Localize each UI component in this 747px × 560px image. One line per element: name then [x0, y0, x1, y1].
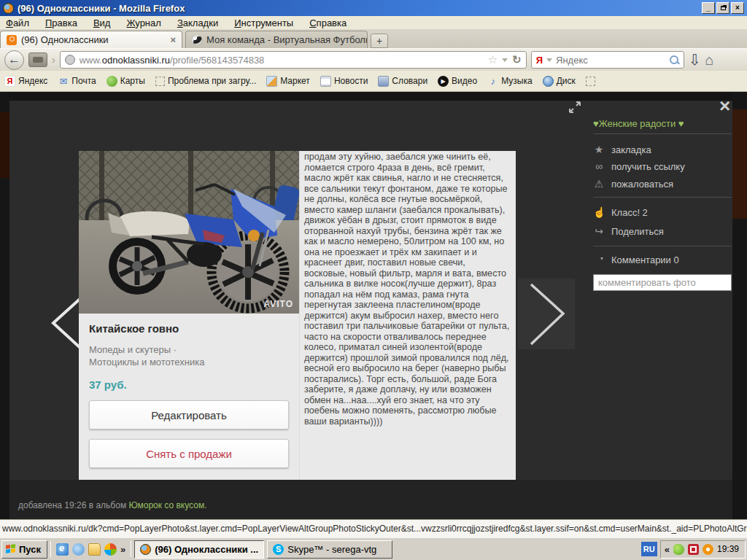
menu-help[interactable]: Справка — [309, 18, 347, 28]
menu-bookmarks[interactable]: Закладки — [177, 18, 218, 28]
internet-explorer-icon[interactable] — [56, 543, 69, 556]
bookmark-news[interactable]: Новости — [320, 76, 368, 87]
warning-icon: ⚠ — [593, 178, 605, 190]
site-identity-button[interactable] — [28, 52, 47, 67]
firefox-icon — [3, 3, 14, 14]
photo-caption: добавлена 19:26 в альбом Юморок со вкусо… — [18, 500, 207, 510]
mail-icon: ✉ — [58, 76, 69, 87]
divider — [593, 133, 732, 134]
tab-odnoklassniki[interactable]: (96) Одноклассники × — [0, 31, 182, 48]
folder-icon[interactable] — [88, 543, 101, 556]
bookmark-label: Новости — [334, 76, 368, 86]
tray-icon-red[interactable] — [688, 544, 699, 555]
search-icon[interactable] — [670, 55, 679, 65]
photo-viewer-overlay: × — [0, 92, 747, 519]
task-firefox[interactable]: (96) Одноклассники ... — [134, 540, 264, 559]
home-button[interactable]: ⌂ — [705, 52, 713, 69]
bookmark-yandex[interactable]: ЯЯндекс — [4, 76, 47, 87]
bookmark-label: Карты — [120, 76, 145, 86]
bookmark-problem-loading[interactable]: Проблема при загру... — [155, 76, 256, 86]
missing-favicon-icon — [586, 77, 595, 86]
bookmark-video[interactable]: ▶Видео — [438, 76, 477, 87]
comment-input[interactable] — [593, 274, 732, 291]
fullscreen-expand-icon[interactable] — [569, 101, 581, 113]
start-button[interactable]: Пуск — [1, 540, 47, 559]
url-path: /profile/568143574838 — [170, 55, 264, 66]
next-photo-arrow[interactable] — [518, 279, 575, 349]
windows-logo-icon — [6, 544, 16, 554]
like-label: Класс! 2 — [611, 207, 648, 218]
tab-close-icon[interactable]: × — [170, 34, 176, 45]
share-action[interactable]: ↪ Поделиться — [593, 225, 664, 237]
menu-tools[interactable]: Инструменты — [234, 18, 293, 28]
tray-icon-orange[interactable] — [703, 544, 713, 555]
bookmark-maps[interactable]: Карты — [107, 76, 145, 87]
messenger-icon[interactable] — [72, 543, 85, 556]
album-title-link[interactable]: ♥Женские радости ♥ — [593, 118, 684, 129]
bookmark-label: Музыка — [501, 76, 532, 86]
system-tray: « 19:39 — [660, 540, 746, 559]
star-icon: ★ — [593, 144, 605, 155]
close-button[interactable]: × — [731, 2, 744, 14]
divider — [593, 246, 732, 246]
new-tab-button[interactable]: + — [371, 34, 388, 48]
bookmark-action[interactable]: ★ закладка — [593, 144, 651, 155]
search-engine-dropdown-icon[interactable] — [546, 58, 552, 62]
maps-icon — [107, 76, 117, 87]
album-link[interactable]: Юморок со вкусом. — [129, 500, 207, 510]
motorcycle-photo[interactable]: AVITO — [79, 151, 299, 314]
yandex-engine-icon[interactable]: Я — [536, 55, 543, 66]
bookmark-music[interactable]: ♪Музыка — [487, 76, 532, 87]
search-bar[interactable]: Я — [531, 51, 684, 69]
media-player-icon[interactable] — [104, 543, 117, 556]
bookmark-disk[interactable]: Диск — [543, 76, 576, 87]
tray-expand-chevron[interactable]: « — [665, 544, 670, 555]
football-favicon — [192, 35, 202, 45]
get-link-action[interactable]: ∞ получить ссылку — [593, 160, 685, 172]
downloads-button[interactable]: ⇩ — [689, 52, 701, 67]
minimize-button[interactable]: _ — [702, 2, 715, 14]
link-icon: ∞ — [593, 160, 605, 172]
reload-icon[interactable]: ↻ — [512, 53, 522, 66]
taskbar: Пуск » (96) Одноклассники ... S Skype™ -… — [0, 537, 747, 560]
restore-button[interactable] — [716, 2, 729, 14]
video-play-icon: ▶ — [438, 76, 449, 87]
task-skype[interactable]: S Skype™ - serega-vtg — [267, 540, 392, 559]
status-bar: www.odnoklassniki.ru/dk?cmd=PopLayerPhot… — [0, 519, 747, 537]
tab-label: (96) Одноклассники — [21, 34, 109, 45]
menu-view[interactable]: Вид — [93, 18, 111, 28]
menu-edit[interactable]: Правка — [45, 18, 77, 28]
bookmark-market[interactable]: Маркет — [266, 76, 310, 87]
edit-button[interactable]: Редактировать — [89, 400, 289, 429]
bookmark-mail[interactable]: ✉Почта — [58, 76, 96, 87]
avito-watermark: AVITO — [263, 299, 293, 309]
menu-file[interactable]: Файл — [6, 18, 29, 28]
tray-icon-green[interactable] — [673, 544, 684, 555]
clock: 19:39 — [717, 544, 739, 554]
bookmark-star-icon[interactable]: ☆ — [488, 53, 498, 66]
bookmark-dictionaries[interactable]: Словари — [378, 76, 427, 87]
bookmark-empty[interactable] — [586, 77, 595, 86]
quick-launch-overflow-chevron[interactable]: » — [120, 544, 125, 555]
tab-label: Моя команда - Виртуальная Футбольн... — [206, 34, 368, 45]
url-bar[interactable]: www.odnoklassniki.ru/profile/56814357483… — [60, 51, 527, 69]
tab-football-team[interactable]: Моя команда - Виртуальная Футбольн... × — [185, 31, 368, 48]
search-input[interactable] — [556, 55, 666, 66]
like-action[interactable]: ☝ Класс! 2 — [593, 206, 648, 218]
url-host: odnoklassniki.ru — [102, 55, 170, 66]
comments-header[interactable]: Комментарии 0 — [593, 254, 679, 265]
listing-price: 37 руб. — [89, 378, 289, 391]
market-icon — [266, 76, 277, 87]
bookmark-label: Диск — [557, 76, 576, 86]
back-button[interactable]: ← — [4, 50, 24, 70]
yandex-icon: Я — [4, 76, 15, 87]
remove-from-sale-button[interactable]: Снять с продажи — [89, 439, 289, 468]
menu-history[interactable]: Журнал — [126, 18, 160, 28]
share-arrow-icon: ↪ — [593, 225, 605, 237]
url-dropdown-icon[interactable] — [502, 58, 508, 62]
language-indicator[interactable]: RU — [641, 542, 657, 556]
report-action[interactable]: ⚠ пожаловаться — [593, 178, 673, 190]
news-icon — [320, 76, 331, 87]
skype-icon: S — [273, 544, 284, 555]
close-viewer-icon[interactable]: × — [719, 98, 730, 114]
